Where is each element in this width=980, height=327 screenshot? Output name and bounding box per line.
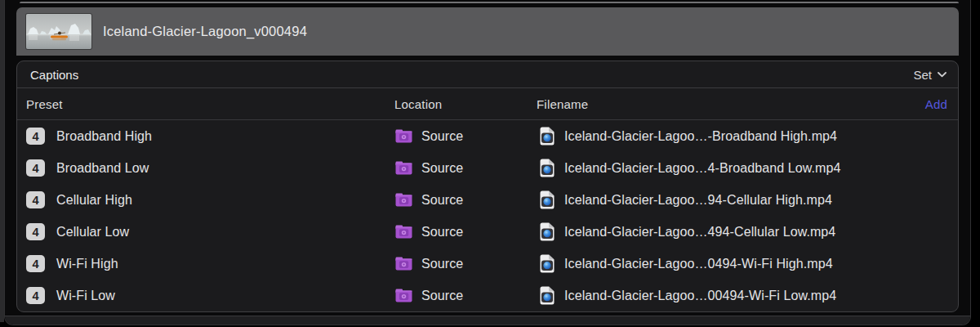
folder-icon xyxy=(395,129,412,143)
column-header-location: Location xyxy=(394,97,442,111)
preset-name: Cellular Low xyxy=(56,225,129,240)
location-value: Source xyxy=(421,193,463,208)
caption-count-badge: 4 xyxy=(26,223,45,240)
location-value: Source xyxy=(421,225,463,240)
folder-icon xyxy=(395,289,412,302)
movie-file-icon xyxy=(539,127,555,146)
folder-icon xyxy=(395,225,412,239)
table-row[interactable]: 4 Broadband High Source Iceland-Glacie xyxy=(17,120,958,152)
filename-value: Iceland-Glacier-Lagoo…-Broadband High.mp… xyxy=(564,129,837,144)
batch-window: Iceland-Glacier-Lagoon_v000494 Captions … xyxy=(4,0,971,325)
location-value: Source xyxy=(421,161,463,176)
job-title: Iceland-Glacier-Lagoon_v000494 xyxy=(103,7,307,56)
window-bottom-edge xyxy=(5,316,970,325)
filename-value: Iceland-Glacier-Lagoo…00494-Wi-Fi Low.mp… xyxy=(564,289,836,303)
movie-file-icon xyxy=(539,254,555,273)
table-row[interactable]: 4 Wi-Fi Low Source Iceland-Glacier-Lag xyxy=(17,280,958,311)
folder-icon xyxy=(395,161,412,175)
chevron-down-icon xyxy=(938,72,947,78)
divider xyxy=(20,2,959,3)
preset-name: Wi-Fi High xyxy=(56,257,118,271)
filename-value: Iceland-Glacier-Lagoo…0494-Wi-Fi High.mp… xyxy=(564,257,833,271)
filename-value: Iceland-Glacier-Lagoo…94-Cellular High.m… xyxy=(564,193,832,208)
location-value: Source xyxy=(421,257,463,271)
set-dropdown[interactable]: Set xyxy=(913,68,947,82)
preset-rows: 4 Broadband High Source Iceland-Glacie xyxy=(17,120,958,311)
captions-section-label: Captions xyxy=(30,68,78,82)
movie-file-icon xyxy=(539,190,555,209)
movie-file-icon xyxy=(539,159,555,177)
movie-file-icon xyxy=(539,222,555,241)
caption-count-badge: 4 xyxy=(26,287,45,304)
column-header-filename: Filename xyxy=(537,97,588,111)
table-row[interactable]: 4 Broadband Low Source Iceland-Glacier xyxy=(17,152,958,184)
movie-file-icon xyxy=(539,286,555,305)
add-button[interactable]: Add xyxy=(925,97,947,111)
filename-value: Iceland-Glacier-Lagoo…4-Broadband Low.mp… xyxy=(564,161,841,176)
column-header-preset: Preset xyxy=(26,97,63,111)
job-header[interactable]: Iceland-Glacier-Lagoon_v000494 xyxy=(16,7,959,56)
folder-icon xyxy=(395,193,412,207)
preset-name: Wi-Fi Low xyxy=(56,289,115,303)
job-thumbnail xyxy=(26,14,91,49)
captions-bar: Captions Set xyxy=(17,61,958,88)
table-row[interactable]: 4 Wi-Fi High Source Iceland-Glacier-La xyxy=(17,248,958,280)
location-value: Source xyxy=(421,129,463,144)
preset-name: Cellular High xyxy=(56,193,132,208)
caption-count-badge: 4 xyxy=(26,128,45,145)
preset-name: Broadband Low xyxy=(56,161,149,176)
set-dropdown-label: Set xyxy=(913,68,932,82)
table-header: Preset Location Filename Add xyxy=(17,88,958,120)
caption-count-badge: 4 xyxy=(26,159,45,177)
table-row[interactable]: 4 Cellular Low Source Iceland-Glacier- xyxy=(17,216,958,248)
location-value: Source xyxy=(421,289,463,303)
glacier-lagoon-thumbnail-art xyxy=(26,14,91,49)
screenshot-stage: Iceland-Glacier-Lagoon_v000494 Captions … xyxy=(0,0,980,327)
captions-panel: Captions Set Preset Location Filename Ad… xyxy=(16,60,959,312)
table-row[interactable]: 4 Cellular High Source Iceland-Glacier xyxy=(17,184,958,216)
preset-name: Broadband High xyxy=(56,129,152,144)
filename-value: Iceland-Glacier-Lagoo…494-Cellular Low.m… xyxy=(564,225,835,240)
caption-count-badge: 4 xyxy=(26,191,45,208)
caption-count-badge: 4 xyxy=(26,255,45,272)
folder-icon xyxy=(395,257,412,271)
